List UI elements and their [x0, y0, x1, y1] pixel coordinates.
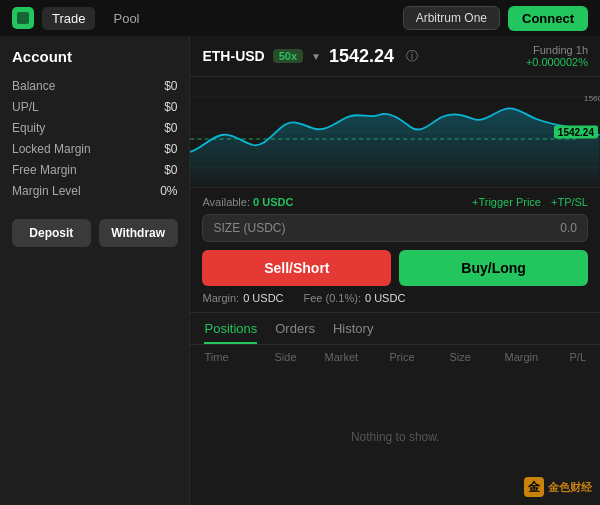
funding-label: Funding 1h: [526, 44, 588, 56]
price-chart: 1560.00: [190, 77, 600, 187]
tabs-row: Positions Orders History: [190, 313, 600, 345]
size-input[interactable]: 0.0: [560, 221, 577, 235]
col-price: Price: [389, 351, 449, 363]
upl-row: UP/L $0: [12, 100, 177, 114]
locked-margin-label: Locked Margin: [12, 142, 91, 156]
watermark: 金 金色财经: [524, 477, 592, 497]
balance-label: Balance: [12, 79, 55, 93]
col-pl: P/L: [569, 351, 586, 363]
margin-level-row: Margin Level 0%: [12, 184, 177, 198]
topbar: Trade Pool Arbitrum One Connect: [0, 0, 600, 36]
caret-icon[interactable]: ▼: [311, 51, 321, 62]
info-icon[interactable]: ⓘ: [406, 48, 418, 65]
funding-value: +0.000002%: [526, 56, 588, 68]
upl-label: UP/L: [12, 100, 39, 114]
size-label: SIZE (USDC): [213, 221, 560, 235]
connect-button[interactable]: Connect: [508, 6, 588, 31]
locked-margin-row: Locked Margin $0: [12, 142, 177, 156]
free-margin-row: Free Margin $0: [12, 163, 177, 177]
upl-value: $0: [164, 100, 177, 114]
equity-row: Equity $0: [12, 121, 177, 135]
trigger-price-link[interactable]: +Trigger Price: [472, 196, 541, 208]
balance-value: $0: [164, 79, 177, 93]
margin-fee-row: Margin: 0 USDC Fee (0.1%): 0 USDC: [202, 292, 588, 304]
sell-short-button[interactable]: Sell/Short: [202, 250, 391, 286]
fee-value: 0 USDC: [365, 292, 405, 304]
current-price-label: 1542.24: [554, 126, 598, 139]
funding-info: Funding 1h +0.000002%: [526, 44, 588, 68]
watermark-text: 金色财经: [548, 480, 592, 495]
free-margin-label: Free Margin: [12, 163, 77, 177]
watermark-icon: 金: [524, 477, 544, 497]
margin-level-value: 0%: [160, 184, 177, 198]
free-margin-value: $0: [164, 163, 177, 177]
col-market: Market: [324, 351, 389, 363]
margin-value: 0 USDC: [243, 292, 283, 304]
pair-name[interactable]: ETH-USD: [202, 48, 264, 64]
chart-area: 1560.00 1542.24: [190, 77, 600, 187]
account-buttons: Deposit Withdraw: [12, 219, 177, 247]
equity-value: $0: [164, 121, 177, 135]
network-button[interactable]: Arbitrum One: [403, 6, 500, 30]
table-header: Time Side Market Price Size Margin P/L: [190, 345, 600, 369]
logo-inner: [17, 12, 29, 24]
main-content: Account Balance $0 UP/L $0 Equity $0 Loc…: [0, 36, 600, 505]
margin-label: Margin:: [202, 292, 239, 304]
available-info: Available: 0 USDC: [202, 196, 293, 208]
size-input-container[interactable]: SIZE (USDC) 0.0: [202, 214, 588, 242]
available-value: 0 USDC: [253, 196, 293, 208]
available-label: Available:: [202, 196, 250, 208]
deposit-button[interactable]: Deposit: [12, 219, 91, 247]
fee-label: Fee (0.1%):: [304, 292, 361, 304]
account-panel: Account Balance $0 UP/L $0 Equity $0 Loc…: [0, 36, 190, 505]
col-size: Size: [449, 351, 504, 363]
col-side: Side: [274, 351, 324, 363]
equity-label: Equity: [12, 121, 45, 135]
account-title: Account: [12, 48, 177, 65]
locked-margin-value: $0: [164, 142, 177, 156]
available-row: Available: 0 USDC +Trigger Price +TP/SL: [202, 196, 588, 208]
trading-panel: ETH-USD 50x ▼ 1542.24 ⓘ Funding 1h +0.00…: [190, 36, 600, 505]
logo: [12, 7, 34, 29]
margin-level-label: Margin Level: [12, 184, 81, 198]
withdraw-button[interactable]: Withdraw: [99, 219, 178, 247]
trigger-tp-row: +Trigger Price +TP/SL: [472, 196, 588, 208]
action-buttons: Sell/Short Buy/Long: [202, 250, 588, 286]
tp-sl-link[interactable]: +TP/SL: [551, 196, 588, 208]
nav-trade[interactable]: Trade: [42, 7, 95, 30]
tab-orders[interactable]: Orders: [275, 321, 315, 344]
col-time: Time: [204, 351, 274, 363]
col-margin: Margin: [504, 351, 569, 363]
leverage-badge[interactable]: 50x: [273, 49, 303, 63]
nav-pool[interactable]: Pool: [103, 7, 149, 30]
tab-positions[interactable]: Positions: [204, 321, 257, 344]
balance-row: Balance $0: [12, 79, 177, 93]
buy-long-button[interactable]: Buy/Long: [399, 250, 588, 286]
svg-text:1560.00: 1560.00: [584, 94, 600, 103]
trade-form: Available: 0 USDC +Trigger Price +TP/SL …: [190, 187, 600, 312]
current-price: 1542.24: [329, 46, 394, 67]
tab-history[interactable]: History: [333, 321, 373, 344]
chart-header: ETH-USD 50x ▼ 1542.24 ⓘ Funding 1h +0.00…: [190, 36, 600, 77]
